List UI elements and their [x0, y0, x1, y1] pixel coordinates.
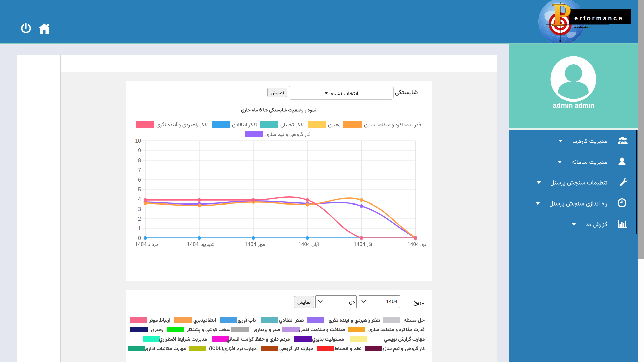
- svg-text:5: 5: [138, 187, 141, 192]
- svg-text:P: P: [552, 0, 572, 33]
- svg-text:2: 2: [138, 216, 141, 222]
- svg-text:8: 8: [138, 157, 141, 163]
- svg-text:erformance: erformance: [574, 15, 624, 22]
- svg-text:1: 1: [138, 226, 141, 231]
- svg-text:7: 7: [138, 167, 141, 173]
- svg-text:9: 9: [138, 148, 141, 153]
- svg-text:6: 6: [138, 177, 141, 183]
- svg-text:4: 4: [138, 196, 141, 202]
- svg-text:0: 0: [138, 235, 141, 241]
- svg-text:evaluation: evaluation: [574, 25, 591, 29]
- svg-text:3: 3: [138, 206, 141, 212]
- svg-text:10: 10: [135, 138, 141, 144]
